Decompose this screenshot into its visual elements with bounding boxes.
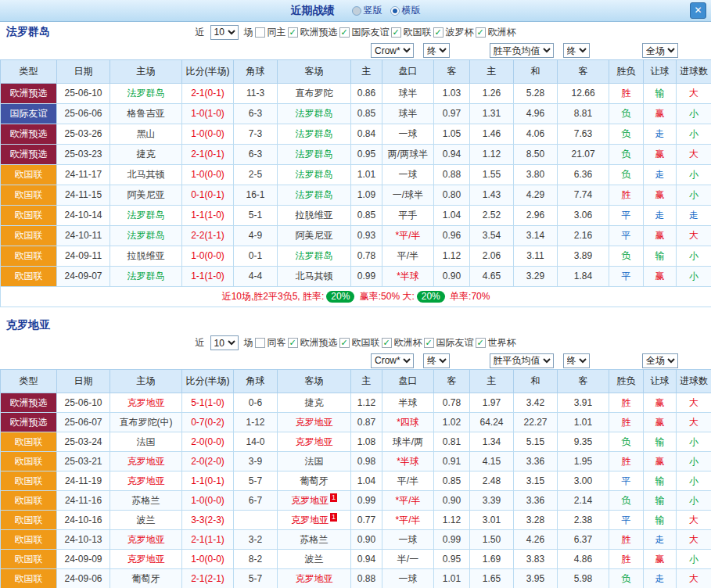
filter-checkbox[interactable]: ✓国际友谊 [339,26,390,39]
checkbox-checked-icon[interactable]: ✓ [476,27,486,38]
away-team-cell: 波兰 [278,550,351,569]
team-name: 拉脱维亚 [296,210,333,220]
radio-vertical-label: 竖版 [364,4,382,17]
eu-away-odds-cell: 3.06 [558,205,609,225]
filter-checkbox[interactable]: ✓欧国联 [339,336,380,350]
col-header: 日期 [57,59,110,83]
match-row: 欧国联24-09-07法罗群岛1-1(1-0)4-4北马其顿0.99*半球0.9… [1,266,711,286]
team-name: 克罗地亚 [296,417,333,428]
score-cell: 1-0(0-0) [182,246,234,266]
score-cell: 1-0(0-0) [182,550,234,569]
col-header: 比分(半场) [182,59,234,83]
checkbox-checked-icon[interactable]: ✓ [391,27,401,38]
result-handicap-cell: 走 [644,530,677,550]
away-team-cell: 苏格兰 [278,530,351,550]
recent-count-select[interactable]: 10 [210,335,239,350]
team-section-2: 克罗地亚近10场同客✓欧洲预选✓欧国联✓欧洲杯✓国际友谊✓世界杯Crow*终胜平… [0,317,711,588]
team-name: 克罗地亚 [127,534,165,545]
filter-checkbox[interactable]: ✓世界杯 [476,336,516,350]
eu-draw-odds-cell: 3.83 [514,550,558,569]
checkbox-checked-icon[interactable]: ✓ [382,338,392,348]
match-row: 欧国联24-09-11拉脱维亚1-0(0-0)0-1法罗群岛0.78平/半1.1… [1,246,711,266]
ah-line-cell: 一/球半 [382,185,434,205]
away-team-cell: 法罗群岛 [278,246,351,266]
filter-checkbox[interactable]: ✓欧洲杯 [476,26,516,39]
ah-home-odds-cell: 1.01 [351,164,382,185]
ah-home-odds-cell: 0.87 [351,413,382,432]
wdl-average-select[interactable]: 胜平负均值 [490,353,554,368]
col-header: 客 [558,370,609,393]
eu-final-select[interactable]: 终 [563,43,590,58]
filter-checkbox[interactable]: ✓欧国联 [391,26,432,39]
team-name: 直布罗陀(中) [120,417,173,428]
result-goals-cell: 小 [677,452,711,471]
result-wl-cell: 负 [609,569,644,588]
filter-checkbox[interactable]: ✓波罗杯 [433,26,474,39]
odds-company-select[interactable]: Crow* [371,43,414,58]
match-date-cell: 24-10-13 [57,530,110,550]
ah-away-odds-cell: 0.80 [434,185,470,205]
home-team-cell: 法罗群岛 [110,266,182,286]
result-handicap-cell: 赢 [644,103,677,124]
filter-checkbox[interactable]: ✓欧洲预选 [288,336,338,350]
close-icon[interactable]: ✕ [690,2,706,19]
score-cell: 5-1(1-0) [182,393,234,413]
col-header: 客场 [278,59,351,83]
table-header-row: 类型日期主场比分(半场)角球客场主盘口客主和客胜负让球进球数 [1,59,711,83]
checkbox-checked-icon[interactable]: ✓ [339,338,350,348]
recent-count-select[interactable]: 10 [210,25,239,40]
radio-vertical-layout[interactable]: 竖版 [352,4,382,17]
result-goals-cell: 小 [677,491,711,511]
score-cell: 1-0(0-0) [182,124,234,144]
checkbox-checked-icon[interactable]: ✓ [288,338,298,348]
match-row: 欧洲预选25-03-26黑山1-0(0-0)7-3法罗群岛0.84一球1.051… [1,124,711,144]
odds-company-select[interactable]: Crow* [371,353,414,368]
filter-checkbox[interactable]: ✓欧洲预选 [288,26,338,39]
col-header: 胜负 [609,370,644,393]
filter-checkbox[interactable]: 同客 [255,336,286,350]
result-handicap-cell: 赢 [644,393,677,413]
score-cell: 1-0(0-0) [182,491,234,511]
ah-away-odds-cell: 1.03 [434,83,470,103]
checkbox-checked-icon[interactable]: ✓ [424,338,434,348]
filter-checkbox[interactable]: 同主 [255,26,286,39]
checkbox-checked-icon[interactable]: ✓ [476,338,486,348]
score-cell: 1-1(1-0) [182,205,234,225]
radio-icon-vertical[interactable] [352,6,361,16]
score-cell: 1-0(0-0) [182,164,234,185]
ah-line-cell: 半/一 [382,550,434,569]
ah-final-select[interactable]: 终 [423,43,450,58]
team-name: 法罗群岛 [296,149,333,160]
ah-home-odds-cell: 1.04 [351,471,382,491]
radio-icon-horizontal[interactable] [390,6,400,16]
radio-horizontal-layout[interactable]: 横版 [390,4,421,17]
filter-checkbox[interactable]: ✓欧洲杯 [382,336,422,350]
match-row: 欧国联24-11-15阿美尼亚0-1(0-1)16-1法罗群岛1.09一/球半0… [1,185,711,205]
match-date-cell: 24-11-16 [57,491,110,511]
eu-odds-controls: 胜平负均值终 [470,42,609,59]
team-name: 法国 [137,436,156,447]
eu-draw-odds-cell: 3.95 [514,569,558,588]
ah-line-cell: *平/半 [382,511,434,530]
eu-away-odds-cell: 1.01 [558,413,609,432]
ah-final-select[interactable]: 终 [423,353,450,368]
home-team-cell: 葡萄牙 [110,569,182,588]
col-header: 客 [434,59,470,83]
team-name: 北马其顿 [296,271,333,281]
home-team-cell: 直布罗陀(中) [110,413,182,432]
wdl-average-select[interactable]: 胜平负均值 [490,43,554,58]
eu-draw-odds-cell: 3.28 [514,511,558,530]
checkbox-unchecked-icon[interactable] [255,338,265,348]
corners-cell: 16-1 [234,185,278,205]
eu-final-select[interactable]: 终 [563,353,590,368]
team-name: 法罗群岛 [296,189,333,200]
scope-select[interactable]: 全场 [642,43,678,58]
checkbox-checked-icon[interactable]: ✓ [339,27,350,38]
filter-checkbox[interactable]: ✓国际友谊 [424,336,474,350]
ah-line-cell: 球半 [382,83,434,103]
match-date-cell: 24-10-16 [57,511,110,530]
checkbox-checked-icon[interactable]: ✓ [288,27,298,38]
scope-select[interactable]: 全场 [642,353,678,368]
checkbox-checked-icon[interactable]: ✓ [433,27,443,38]
checkbox-unchecked-icon[interactable] [255,27,265,38]
